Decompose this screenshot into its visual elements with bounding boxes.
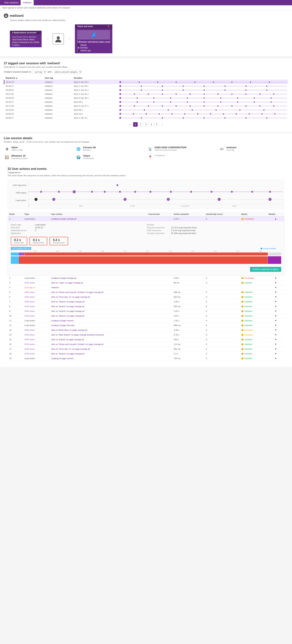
action-details[interactable]: ▼ — [267, 280, 284, 285]
action-details[interactable]: ▼ — [267, 328, 284, 332]
action-details[interactable]: ▼ — [267, 332, 284, 337]
action-row[interactable]: 4 User tag ev... melisent - - - ▼ — [8, 285, 284, 290]
more-link[interactable]: More... — [62, 66, 69, 68]
action-name: click on 'Search' on page /orange.jsf — [50, 352, 147, 356]
page-3-btn[interactable]: 3 — [144, 122, 148, 127]
action-details[interactable]: ▼ — [267, 356, 284, 361]
status-badge: 😊 Satisfied — [241, 357, 266, 360]
col-usertag[interactable]: User tag — [43, 76, 72, 80]
actions-table: Order Type User action Conversion Action… — [8, 212, 284, 361]
action-details[interactable]: ▼ — [267, 290, 284, 295]
action-row[interactable]: 5 XHR action click on 'Show next mounth:… — [8, 290, 284, 295]
action-details[interactable]: ▼ — [267, 337, 284, 342]
session-row[interactable]: 10:28:24 melisent (live) 1 min 41 s — [4, 88, 288, 92]
session-row[interactable]: 10:27:25 melisent (live) 1 min 31 s — [4, 92, 288, 96]
action-details[interactable]: ▼ — [267, 347, 284, 352]
action-row[interactable]: 19 Load action Loading of page /current … — [8, 356, 284, 361]
action-row[interactable]: 7 XHR action click on 'Search' on page /… — [8, 300, 284, 304]
page-2-btn[interactable]: 2 — [138, 122, 143, 127]
col-duration[interactable]: Duration — [72, 76, 118, 80]
session-row[interactable]: 10:29:17 melisent (live) 1 min 43 s — [4, 84, 288, 88]
arrow-right-2: → — [68, 37, 71, 41]
action-details[interactable]: ▼ — [267, 323, 284, 328]
action-row[interactable]: 9 XHR action click on 'Search' on page /… — [8, 309, 284, 314]
profile-diagram: 4 Applications accessed easyTravel Demo … — [10, 24, 288, 53]
action-row[interactable]: 8 XHR action click on 'Search' on page /… — [8, 304, 284, 309]
action-details[interactable]: ▲ — [267, 216, 284, 221]
session-row[interactable]: 10:25:29 melisent (live) 5 min 34 s — [4, 96, 288, 100]
geo-label: Tokyo — [83, 154, 94, 157]
action-jserrors: 0 — [204, 304, 240, 309]
col-jserrors[interactable]: JavaScript errors — [204, 212, 240, 216]
screen-sublabel: 1920 x 1080 — [11, 149, 23, 151]
category-select[interactable]: select a second category — [52, 70, 82, 74]
action-apdex: 😊 Satisfied — [240, 295, 267, 300]
col-conversion[interactable]: Conversion — [147, 212, 172, 216]
search-input[interactable] — [2, 6, 290, 9]
action-row[interactable]: 3 XHR action click on 'Login' on page /o… — [8, 280, 284, 285]
action-type: XHR action — [23, 314, 50, 318]
waterfall-btn[interactable]: Perform waterfall analysis — [250, 267, 281, 272]
nav-user-sessions[interactable]: User sessions — [2, 0, 20, 5]
action-details[interactable]: ▼ — [267, 295, 284, 300]
action-row[interactable]: 10 XHR action click on 'Search' on page … — [8, 314, 284, 318]
tag-select[interactable]: user tag — [32, 70, 46, 74]
session-row[interactable]: 10:09:32 melisent (live) 22 s — [4, 112, 288, 116]
status-badge: 😐 Tolerated — [241, 329, 266, 331]
status-badge: 😞 Frustrated — [241, 218, 266, 220]
col-details[interactable]: Details — [267, 212, 284, 216]
action-row[interactable]: 15 XHR action click on '[Clear]' on page… — [8, 337, 284, 342]
action-details[interactable]: ▼ — [267, 300, 284, 304]
col-apdex[interactable]: Apdex — [240, 212, 267, 216]
action-row[interactable]: 13 XHR action click on 'Book Now' on pag… — [8, 328, 284, 332]
action-details[interactable]: ▼ — [267, 309, 284, 314]
action-row[interactable]: 11 Load action Loading of page /current … — [8, 318, 284, 323]
action-row[interactable]: 1 Load action Loading of page /orange.js… — [8, 216, 284, 221]
apps-more-link[interactable]: 1 more... — [12, 44, 39, 46]
action-details[interactable]: ▼ — [267, 304, 284, 309]
action-details[interactable]: ▼ — [267, 285, 284, 290]
prev-page-btn[interactable]: ‹ — [128, 122, 132, 127]
col-action[interactable]: User action — [50, 212, 147, 216]
action-row[interactable]: 18 XHR action click on 'Search' on page … — [8, 352, 284, 356]
action-row[interactable]: 17 XHR action click on 'From day: 21' on… — [8, 347, 284, 352]
action-row[interactable]: 12 Load action Loading of page /forecast… — [8, 323, 284, 328]
actions-description: This chart shows the sequence of user ac… — [8, 174, 284, 177]
session-row[interactable]: 10:04:17 melisent (live) 1 min 3 s — [4, 116, 288, 120]
chart-label-usertag: User tag event — [9, 184, 28, 186]
action-details[interactable]: ▼ — [267, 352, 284, 356]
action-conversion — [147, 342, 172, 347]
page-4-btn[interactable]: 4 — [149, 122, 154, 127]
col-started[interactable]: Started at ▲ — [4, 76, 43, 80]
nav-melisent[interactable]: melisent — [20, 0, 34, 5]
col-type[interactable]: Type — [23, 212, 50, 216]
action-name: click on 'From day: 21' on page /orange.… — [50, 347, 147, 352]
action-order: 17 — [8, 347, 23, 352]
col-duration[interactable]: Action duration — [172, 212, 204, 216]
action-row[interactable]: 14 XHR action click on 'New Search' on p… — [8, 332, 284, 337]
sessions-subtitle: Extended by 17 sessions from the same us… — [4, 66, 288, 68]
session-row[interactable]: 10:12:25 melisent (live) 56 s — [4, 108, 288, 112]
session-tag: melisent — [43, 108, 72, 112]
page-5-btn[interactable]: 5 — [154, 122, 159, 127]
session-row[interactable]: 10:22:17 melisent (live) 45 s — [4, 100, 288, 104]
session-time: 10:29:17 — [4, 84, 43, 88]
action-details[interactable]: ▼ — [267, 318, 284, 323]
action-duration: 8.78 s — [172, 332, 204, 337]
chart-label-load: Load action — [9, 199, 28, 202]
col-order[interactable]: Order — [8, 212, 23, 216]
session-row[interactable]: 10:32:12 melisent (live) 2 min 29 s — [4, 80, 288, 84]
action-name: click on 'Login' on page /orange.jsf — [50, 280, 147, 285]
action-details[interactable]: ▼ — [267, 342, 284, 347]
session-tag: melisent — [43, 80, 72, 84]
action-details[interactable]: ▼ — [267, 314, 284, 318]
next-page-btn[interactable]: › — [160, 122, 164, 127]
session-details-grid: 🖥 Other 1920 x 1080 🌐 Chrome 56 Browser … — [4, 146, 288, 160]
action-name: click on 'Book Now' on page /orange.jsf — [50, 328, 147, 332]
session-row[interactable]: 10:17:20 melisent (live) 2 min 27 s — [4, 104, 288, 108]
action-row[interactable]: 16 XHR action click on 'Show next mounth… — [8, 342, 284, 347]
action-details[interactable]: ▼ — [267, 276, 284, 280]
action-row[interactable]: 2 Load action Loading of page /orange.js… — [8, 276, 284, 280]
page-1-btn[interactable]: 1 — [133, 122, 138, 127]
action-row[interactable]: 6 XHR action click on 'From day: 11' on … — [8, 295, 284, 300]
